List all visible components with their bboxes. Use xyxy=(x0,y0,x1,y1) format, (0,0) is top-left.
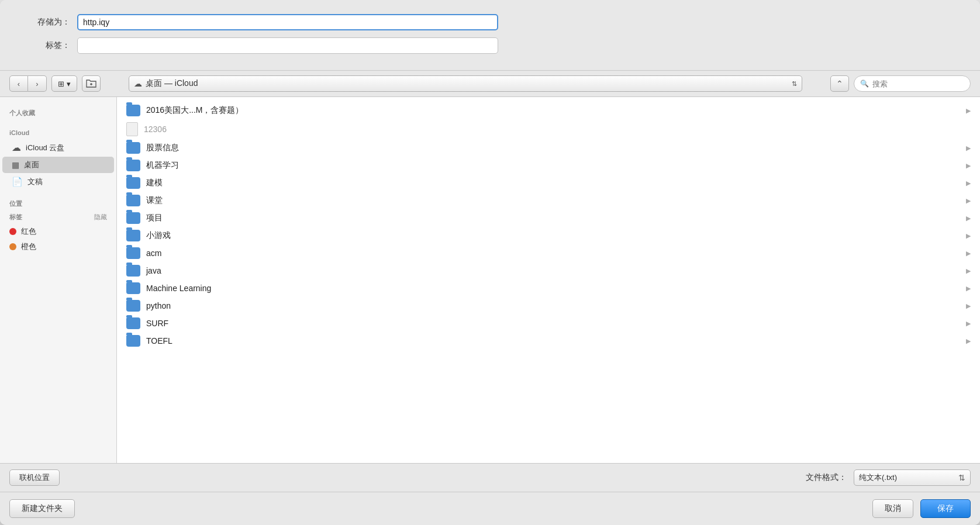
file-icon xyxy=(126,122,138,136)
list-item[interactable]: SURF ▶ xyxy=(117,315,980,332)
tags-label: 标签 xyxy=(9,213,22,222)
save-button[interactable]: 保存 xyxy=(920,499,971,518)
folder-icon xyxy=(126,105,140,116)
back-button[interactable]: ‹ xyxy=(9,75,28,92)
chevron-right-icon: ▶ xyxy=(966,179,971,187)
sidebar-item-icloud-drive[interactable]: ☁ iCloud 云盘 xyxy=(2,139,114,156)
content-area: 个人收藏 iCloud ☁ iCloud 云盘 ▦ 桌面 📄 文稿 位置 标签 … xyxy=(0,97,980,463)
save-as-label: 存储为： xyxy=(23,17,70,27)
spinner-icon: ⇅ xyxy=(958,473,965,482)
documents-label: 文稿 xyxy=(27,177,43,187)
folder-icon xyxy=(126,160,140,171)
file-name: TOEFL xyxy=(146,336,960,346)
file-name: 2016美国大...M，含赛题） xyxy=(146,105,960,116)
orange-label: 橙色 xyxy=(21,241,36,252)
list-item[interactable]: TOEFL ▶ xyxy=(117,332,980,350)
file-name: 12306 xyxy=(144,125,971,134)
chevron-right-icon: ▶ xyxy=(966,144,971,152)
icloud-drive-icon: ☁ xyxy=(12,142,21,153)
top-fields-area: 存储为： 标签： xyxy=(0,0,980,71)
folder-icon xyxy=(126,230,140,241)
chevron-right-icon: ▶ xyxy=(966,302,971,310)
list-item[interactable]: 2016美国大...M，含赛题） ▶ xyxy=(117,102,980,119)
new-folder-button[interactable]: 新建文件夹 xyxy=(9,499,75,518)
chevron-right-icon: ▶ xyxy=(966,215,971,222)
forward-button[interactable]: › xyxy=(28,75,47,92)
icloud-drive-label: iCloud 云盘 xyxy=(26,143,64,153)
cancel-button[interactable]: 取消 xyxy=(872,499,913,518)
format-select-value: 纯文本(.txt) xyxy=(859,472,956,483)
tag-red[interactable]: 红色 xyxy=(0,224,116,239)
tag-orange[interactable]: 橙色 xyxy=(0,239,116,254)
chevron-right-icon: ▶ xyxy=(966,337,971,345)
file-list: 2016美国大...M，含赛题） ▶ 12306 股票信息 ▶ 机器学习 ▶ 建… xyxy=(117,97,980,463)
toolbar: ‹ › ⊞ ▾ ☁ 桌面 — iCloud ⇅ ⌃ 🔍 xyxy=(0,71,980,97)
list-item[interactable]: 12306 xyxy=(117,119,980,139)
folder-icon xyxy=(126,282,140,294)
format-selector[interactable]: 纯文本(.txt) ⇅ xyxy=(854,469,971,486)
sidebar-item-desktop[interactable]: ▦ 桌面 xyxy=(2,157,114,173)
chevron-right-icon: ▶ xyxy=(966,107,971,115)
new-folder-icon xyxy=(86,79,96,88)
chevron-right-icon: ▶ xyxy=(966,232,971,240)
chevron-right-icon: ▶ xyxy=(966,320,971,327)
cloud-icon: ☁ xyxy=(134,79,142,88)
file-name: 建模 xyxy=(146,178,960,188)
view-dropdown-icon: ▾ xyxy=(67,80,71,88)
location-selector[interactable]: ☁ 桌面 — iCloud ⇅ xyxy=(129,75,802,92)
network-location-button[interactable]: 联机位置 xyxy=(9,469,60,486)
format-label: 文件格式： xyxy=(806,472,847,483)
bottom-bar: 联机位置 文件格式： 纯文本(.txt) ⇅ xyxy=(0,463,980,492)
hide-tags-button[interactable]: 隐藏 xyxy=(94,213,107,222)
red-dot xyxy=(9,228,16,235)
chevron-right-icon: ▶ xyxy=(966,250,971,257)
search-icon: 🔍 xyxy=(860,80,869,88)
view-icon: ⊞ xyxy=(58,80,64,88)
tags-header: 标签 隐藏 xyxy=(0,210,116,224)
location-text: 桌面 — iCloud xyxy=(146,78,792,89)
desktop-label: 桌面 xyxy=(24,160,39,170)
save-dialog: 存储为： 标签： ‹ › ⊞ ▾ ☁ 桌面 — iCloud ⇅ xyxy=(0,0,980,525)
tag-input[interactable] xyxy=(77,37,498,54)
file-name: Machine Learning xyxy=(146,284,960,293)
folder-icon xyxy=(126,177,140,189)
sidebar: 个人收藏 iCloud ☁ iCloud 云盘 ▦ 桌面 📄 文稿 位置 标签 … xyxy=(0,97,117,463)
file-name: SURF xyxy=(146,319,960,328)
view-button[interactable]: ⊞ ▾ xyxy=(51,75,77,92)
file-name: acm xyxy=(146,248,960,258)
list-item[interactable]: 小游戏 ▶ xyxy=(117,227,980,244)
list-item[interactable]: 股票信息 ▶ xyxy=(117,139,980,157)
list-item[interactable]: 课堂 ▶ xyxy=(117,192,980,209)
tag-label: 标签： xyxy=(23,40,70,51)
folder-icon xyxy=(126,265,140,277)
save-as-row: 存储为： xyxy=(23,14,957,30)
chevron-right-icon: ▶ xyxy=(966,162,971,170)
locations-label: 位置 xyxy=(0,195,116,210)
file-name: 股票信息 xyxy=(146,143,960,153)
folder-icon xyxy=(126,300,140,312)
search-box: 🔍 xyxy=(854,75,971,92)
list-item[interactable]: acm ▶ xyxy=(117,244,980,262)
list-item[interactable]: 建模 ▶ xyxy=(117,174,980,192)
right-buttons: 取消 保存 xyxy=(872,499,971,518)
list-item[interactable]: Machine Learning ▶ xyxy=(117,279,980,297)
list-item[interactable]: python ▶ xyxy=(117,297,980,315)
new-folder-toolbar-button[interactable] xyxy=(82,75,101,92)
red-label: 红色 xyxy=(21,226,36,237)
search-input[interactable] xyxy=(872,80,964,88)
chevron-updown-icon: ⇅ xyxy=(792,80,797,88)
sidebar-item-documents[interactable]: 📄 文稿 xyxy=(2,174,114,190)
list-item[interactable]: java ▶ xyxy=(117,262,980,279)
file-name: 项目 xyxy=(146,213,960,223)
list-item[interactable]: 机器学习 ▶ xyxy=(117,157,980,174)
file-name: 小游戏 xyxy=(146,230,960,241)
save-as-input[interactable] xyxy=(77,14,498,30)
folder-icon xyxy=(126,142,140,154)
nav-group: ‹ › xyxy=(9,75,47,92)
chevron-right-icon: ▶ xyxy=(966,285,971,292)
chevron-right-icon: ▶ xyxy=(966,197,971,205)
chevron-right-icon: ▶ xyxy=(966,267,971,275)
list-item[interactable]: 项目 ▶ xyxy=(117,209,980,227)
expand-button[interactable]: ⌃ xyxy=(830,75,849,92)
folder-icon xyxy=(126,335,140,347)
